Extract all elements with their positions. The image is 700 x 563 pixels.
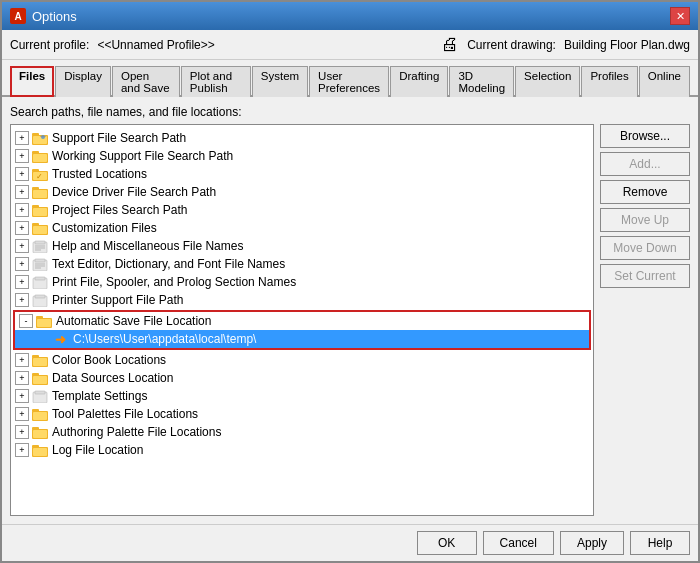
tree-item-data-sources[interactable]: + Data Sources Location: [11, 369, 593, 387]
tab-files[interactable]: Files: [10, 66, 54, 97]
svg-rect-27: [35, 259, 45, 262]
tab-open-save[interactable]: Open and Save: [112, 66, 180, 97]
expand-icon[interactable]: +: [15, 131, 29, 145]
move-up-button[interactable]: Move Up: [600, 208, 690, 232]
ok-button[interactable]: OK: [417, 531, 477, 555]
set-current-button[interactable]: Set Current: [600, 264, 690, 288]
tab-3d-modeling[interactable]: 3D Modeling: [449, 66, 514, 97]
svg-rect-42: [32, 373, 39, 376]
tree-item-label: Tool Palettes File Locations: [52, 407, 198, 421]
move-down-button[interactable]: Move Down: [600, 236, 690, 260]
help-button[interactable]: Help: [630, 531, 690, 555]
tab-system[interactable]: System: [252, 66, 308, 97]
svg-rect-16: [32, 205, 39, 208]
folder-icon: [31, 149, 49, 163]
title-bar: A Options ✕: [2, 2, 698, 30]
browse-button[interactable]: Browse...: [600, 124, 690, 148]
folder-icon: [31, 131, 49, 145]
svg-rect-6: [32, 151, 39, 154]
tree-item-log-file[interactable]: + Log File Location: [11, 441, 593, 459]
tab-online[interactable]: Online: [639, 66, 690, 97]
expand-icon[interactable]: +: [15, 149, 29, 163]
tree-item-tool-palettes[interactable]: + Tool Palettes File Locations: [11, 405, 593, 423]
tab-plot-publish[interactable]: Plot and Publish: [181, 66, 251, 97]
expand-icon[interactable]: +: [15, 293, 29, 307]
tree-item-label: Print File, Spooler, and Prolog Section …: [52, 275, 296, 289]
svg-rect-4: [40, 136, 46, 137]
tree-item-working-support[interactable]: + Working Support File Search Path: [11, 147, 593, 165]
svg-rect-43: [33, 376, 47, 384]
svg-rect-34: [35, 295, 45, 298]
expand-icon[interactable]: +: [15, 257, 29, 271]
tree-item-help-misc[interactable]: + Help and Miscellaneous File Names: [11, 237, 593, 255]
tree-container[interactable]: + Support File Search Path +: [10, 124, 594, 516]
svg-rect-14: [33, 190, 47, 198]
tab-display[interactable]: Display: [55, 66, 111, 97]
svg-rect-37: [37, 319, 51, 327]
svg-rect-50: [32, 427, 39, 430]
folder-icon: [31, 239, 49, 253]
tree-item-label: Printer Support File Path: [52, 293, 183, 307]
tree-item-device-driver[interactable]: + Device Driver File Search Path: [11, 183, 593, 201]
expand-icon[interactable]: -: [19, 314, 33, 328]
svg-rect-54: [33, 448, 47, 456]
expand-icon[interactable]: +: [15, 167, 29, 181]
remove-button[interactable]: Remove: [600, 180, 690, 204]
svg-rect-17: [33, 208, 47, 216]
svg-rect-32: [35, 277, 45, 280]
tab-user-prefs[interactable]: User Preferences: [309, 66, 389, 97]
selected-group: - Automatic Save File Location ➜: [13, 310, 591, 350]
folder-icon: ✓: [31, 167, 49, 181]
expand-icon[interactable]: +: [15, 407, 29, 421]
tree-item-text-editor[interactable]: + Text Editor, Dictionary, and Font File…: [11, 255, 593, 273]
buttons-panel: Browse... Add... Remove Move Up Move Dow…: [600, 124, 690, 516]
expand-icon[interactable]: +: [15, 371, 29, 385]
folder-icon: [31, 275, 49, 289]
tree-item-template-settings[interactable]: + Template Settings: [11, 387, 593, 405]
expand-icon[interactable]: +: [15, 389, 29, 403]
expand-icon[interactable]: +: [15, 203, 29, 217]
tab-selection[interactable]: Selection: [515, 66, 580, 97]
title-bar-controls: ✕: [670, 7, 690, 25]
svg-rect-7: [33, 154, 47, 162]
tree-item-print-file[interactable]: + Print File, Spooler, and Prolog Sectio…: [11, 273, 593, 291]
svg-rect-51: [33, 430, 47, 438]
folder-icon: [31, 203, 49, 217]
tab-drafting[interactable]: Drafting: [390, 66, 448, 97]
expand-icon[interactable]: +: [15, 185, 29, 199]
tree-item-label: Support File Search Path: [52, 131, 186, 145]
close-button[interactable]: ✕: [670, 7, 690, 25]
tabs-bar: Files Display Open and Save Plot and Pub…: [2, 60, 698, 97]
expand-icon[interactable]: +: [15, 221, 29, 235]
content-area: Search paths, file names, and file locat…: [2, 97, 698, 524]
tree-item-authoring-palette[interactable]: + Authoring Palette File Locations: [11, 423, 593, 441]
expand-icon[interactable]: +: [15, 239, 29, 253]
add-button[interactable]: Add...: [600, 152, 690, 176]
tab-profiles[interactable]: Profiles: [581, 66, 637, 97]
svg-rect-47: [32, 409, 39, 412]
tree-item-support-file-search[interactable]: + Support File Search Path: [11, 129, 593, 147]
svg-rect-1: [32, 133, 39, 136]
folder-icon: [31, 293, 49, 307]
folder-icon: [31, 353, 49, 367]
tree-item-auto-save[interactable]: - Automatic Save File Location: [15, 312, 589, 330]
cancel-button[interactable]: Cancel: [483, 531, 554, 555]
tree-item-trusted-locations[interactable]: + ✓ Trusted Locations: [11, 165, 593, 183]
svg-rect-45: [35, 391, 45, 394]
tree-item-customization-files[interactable]: + Customization Files: [11, 219, 593, 237]
tree-item-color-book[interactable]: + Color Book Locations: [11, 351, 593, 369]
tree-item-printer-support[interactable]: + Printer Support File Path: [11, 291, 593, 309]
expand-icon[interactable]: +: [15, 443, 29, 457]
tree-item-label: Automatic Save File Location: [56, 314, 211, 328]
tree-item-label: Color Book Locations: [52, 353, 166, 367]
bottom-bar: OK Cancel Apply Help: [2, 524, 698, 561]
expand-icon[interactable]: +: [15, 353, 29, 367]
apply-button[interactable]: Apply: [560, 531, 624, 555]
expand-icon[interactable]: +: [15, 275, 29, 289]
svg-rect-53: [32, 445, 39, 448]
drawing-value: Building Floor Plan.dwg: [564, 38, 690, 52]
expand-icon[interactable]: +: [15, 425, 29, 439]
tree-item-auto-save-path[interactable]: ➜ C:\Users\User\appdata\local\temp\: [15, 330, 589, 348]
tree-item-project-files[interactable]: + Project Files Search Path: [11, 201, 593, 219]
profile-label: Current profile:: [10, 38, 89, 52]
